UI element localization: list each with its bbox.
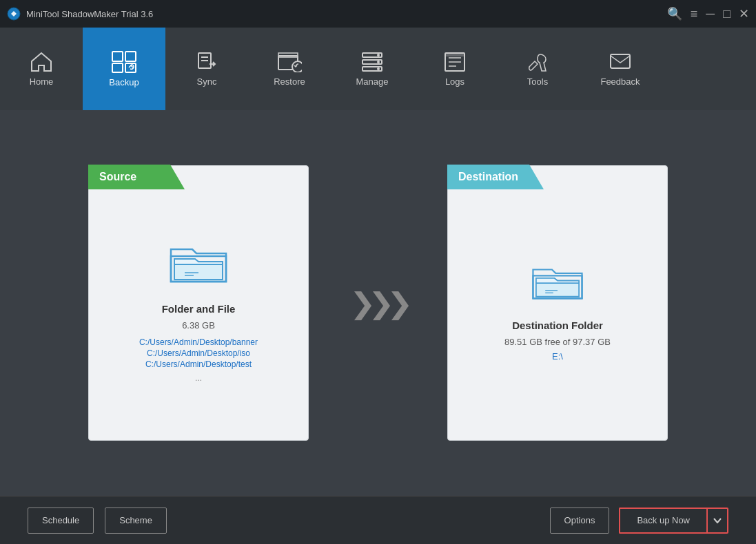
app-logo [7, 7, 21, 21]
schedule-button[interactable]: Schedule [28, 508, 94, 534]
title-bar-controls: 🔍 ≡ ─ □ ✕ [667, 8, 749, 20]
nav-label-backup: Backup [109, 77, 139, 87]
nav-item-tools[interactable]: Tools [496, 28, 579, 110]
nav-item-restore[interactable]: Restore [248, 28, 331, 110]
nav-bar: Home Backup Sync Restore [0, 28, 756, 110]
feedback-icon [609, 52, 631, 72]
svg-point-15 [377, 61, 380, 63]
backup-icon [112, 51, 136, 73]
menu-icon[interactable]: ≡ [691, 8, 698, 20]
destination-folder-icon [530, 258, 585, 306]
source-size: 6.38 GB [182, 320, 215, 331]
source-header: Source [88, 165, 185, 189]
nav-label-tools: Tools [527, 76, 548, 87]
nav-label-restore: Restore [274, 76, 305, 87]
title-bar-left: MiniTool ShadowMaker Trial 3.6 [7, 7, 153, 21]
manage-icon [361, 52, 383, 72]
bottom-right: Options Back up Now [550, 508, 728, 534]
svg-rect-3 [112, 63, 123, 72]
nav-label-sync: Sync [197, 76, 217, 87]
svg-rect-2 [125, 52, 136, 61]
close-icon[interactable]: ✕ [739, 8, 749, 20]
destination-title: Destination Folder [512, 320, 603, 331]
search-icon[interactable]: 🔍 [667, 8, 682, 20]
source-path-1: C:/Users/Admin/Desktop/banner [139, 337, 258, 347]
source-folder-icon [167, 237, 229, 289]
arrow-section: ❯ ❯ ❯ [350, 286, 406, 320]
svg-rect-4 [125, 63, 136, 72]
bottom-bar: Schedule Scheme Options Back up Now [0, 496, 756, 544]
source-path-2: C:/Users/Admin/Desktop/iso [147, 348, 250, 358]
minimize-icon[interactable]: ─ [706, 8, 715, 20]
nav-label-manage: Manage [356, 76, 389, 87]
backup-now-button[interactable]: Back up Now [619, 508, 706, 534]
nav-label-logs: Logs [445, 76, 464, 87]
source-path-3: C:/Users/Admin/Desktop/test [145, 359, 252, 369]
destination-free-space: 89.51 GB free of 97.37 GB [504, 337, 611, 347]
nav-item-logs[interactable]: Logs [413, 28, 496, 110]
svg-rect-22 [611, 54, 630, 68]
scheme-button[interactable]: Scheme [105, 508, 167, 534]
sync-icon [196, 52, 218, 72]
svg-point-14 [377, 54, 380, 56]
source-more: ... [195, 373, 202, 383]
nav-item-feedback[interactable]: Feedback [579, 28, 662, 110]
forward-arrow: ❯ ❯ ❯ [350, 286, 406, 320]
app-title: MiniTool ShadowMaker Trial 3.6 [26, 9, 153, 19]
source-card-container: Source Folder and File 6.38 GB [88, 165, 309, 441]
destination-header: Destination [447, 165, 544, 189]
svg-point-16 [377, 67, 380, 70]
logs-icon [444, 52, 466, 72]
nav-item-sync[interactable]: Sync [165, 28, 248, 110]
restore-icon [277, 52, 302, 72]
nav-label-feedback: Feedback [600, 76, 640, 87]
nav-item-home[interactable]: Home [0, 28, 83, 110]
tools-icon [527, 52, 549, 72]
source-title: Folder and File [162, 303, 236, 315]
nav-label-home: Home [30, 76, 54, 87]
backup-now-dropdown[interactable] [706, 508, 728, 534]
destination-card-container: Destination Destination Folder 89.51 GB … [447, 165, 668, 441]
nav-item-manage[interactable]: Manage [331, 28, 413, 110]
chevron-down-icon [713, 518, 722, 523]
title-bar: MiniTool ShadowMaker Trial 3.6 🔍 ≡ ─ □ ✕ [0, 0, 756, 28]
bottom-left: Schedule Scheme [28, 508, 167, 534]
home-icon [30, 52, 52, 72]
source-card[interactable]: Folder and File 6.38 GB C:/Users/Admin/D… [88, 165, 309, 441]
source-paths: C:/Users/Admin/Desktop/banner C:/Users/A… [139, 337, 258, 383]
maximize-icon[interactable]: □ [723, 8, 731, 20]
svg-rect-21 [445, 53, 464, 56]
source-header-label: Source [88, 165, 185, 189]
options-button[interactable]: Options [550, 508, 610, 534]
svg-point-10 [292, 61, 302, 72]
destination-header-label: Destination [447, 165, 544, 189]
destination-path: E:\ [552, 351, 563, 362]
destination-card[interactable]: Destination Folder 89.51 GB free of 97.3… [447, 165, 668, 441]
nav-item-backup[interactable]: Backup [83, 28, 165, 110]
main-content: Source Folder and File 6.38 GB [0, 110, 756, 496]
svg-rect-1 [112, 52, 123, 61]
